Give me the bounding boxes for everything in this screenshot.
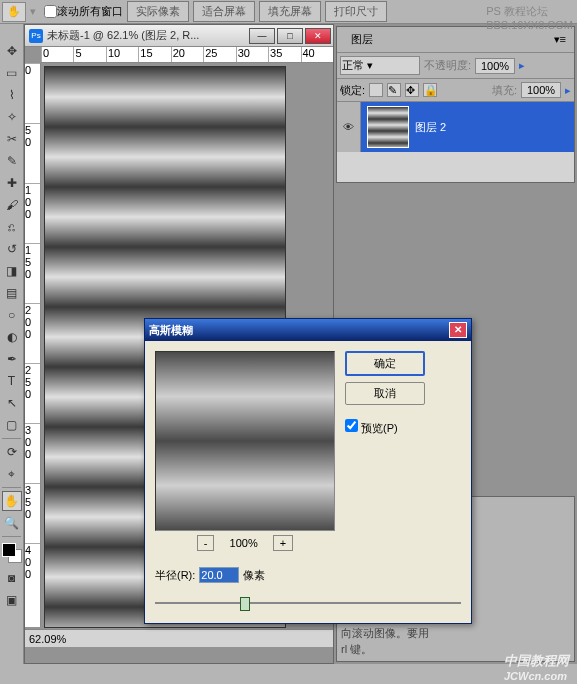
cancel-button[interactable]: 取消 (345, 382, 425, 405)
history-brush-tool[interactable]: ↺ (2, 239, 22, 259)
crop-tool[interactable]: ✂ (2, 129, 22, 149)
stamp-tool[interactable]: ⎌ (2, 217, 22, 237)
move-tool[interactable]: ✥ (2, 41, 22, 61)
lasso-tool[interactable]: ⌇ (2, 85, 22, 105)
zoom-tool[interactable]: 🔍 (2, 513, 22, 533)
foreground-color[interactable] (2, 543, 16, 557)
actual-pixels-button[interactable]: 实际像素 (127, 1, 189, 22)
marquee-tool[interactable]: ▭ (2, 63, 22, 83)
scroll-all-input[interactable] (44, 5, 57, 18)
opacity-input[interactable]: 100% (475, 58, 515, 74)
3d-tool[interactable]: ⟳ (2, 442, 22, 462)
watermark-text: PS 教程论坛 BBS.16XX8.COM (486, 4, 573, 31)
camera-tool[interactable]: ⌖ (2, 464, 22, 484)
fill-screen-button[interactable]: 填充屏幕 (259, 1, 321, 22)
gaussian-blur-dialog: 高斯模糊 ✕ - 100% + 确定 取消 预览(P) 半径(R): 像素 (144, 318, 472, 624)
color-swatches[interactable] (2, 543, 22, 563)
print-size-button[interactable]: 打印尺寸 (325, 1, 387, 22)
slider-thumb[interactable] (240, 597, 250, 611)
minimize-button[interactable]: — (249, 28, 275, 44)
ps-icon: Ps (29, 29, 43, 43)
shape-tool[interactable]: ▢ (2, 415, 22, 435)
radius-input[interactable] (199, 567, 239, 583)
dialog-title: 高斯模糊 (149, 323, 193, 338)
footer-brand: 中国教程网 JCWcn.com (504, 652, 569, 682)
dodge-tool[interactable]: ◐ (2, 327, 22, 347)
dialog-titlebar[interactable]: 高斯模糊 ✕ (145, 319, 471, 341)
dialog-close-button[interactable]: ✕ (449, 322, 467, 338)
lock-label: 锁定: (340, 83, 365, 98)
maximize-button[interactable]: □ (277, 28, 303, 44)
ruler-vertical: 05 01 0 01 5 02 0 02 5 03 0 03 5 04 0 0 (25, 63, 41, 627)
ok-button[interactable]: 确定 (345, 351, 425, 376)
brush-tool[interactable]: 🖌 (2, 195, 22, 215)
layers-panel: 图层 ▾≡ 正常 ▾ 不透明度: 100% ▸ 锁定: ✎ ✥ 🔒 填充: 10… (336, 26, 575, 183)
path-tool[interactable]: ↖ (2, 393, 22, 413)
eraser-tool[interactable]: ◨ (2, 261, 22, 281)
blend-mode-select[interactable]: 正常 ▾ (340, 56, 420, 75)
quickmask-tool[interactable]: ◙ (2, 568, 22, 588)
scroll-all-label: 滚动所有窗口 (57, 4, 123, 19)
blur-tool[interactable]: ○ (2, 305, 22, 325)
screenmode-tool[interactable]: ▣ (2, 590, 22, 610)
pen-tool[interactable]: ✒ (2, 349, 22, 369)
opacity-arrow-icon[interactable]: ▸ (519, 59, 525, 72)
lock-all-icon[interactable]: 🔒 (423, 83, 437, 97)
heal-tool[interactable]: ✚ (2, 173, 22, 193)
layer-thumbnail[interactable] (367, 106, 409, 148)
radius-slider[interactable] (155, 595, 461, 613)
radius-unit: 像素 (243, 568, 265, 583)
tools-panel: ✥ ▭ ⌇ ✧ ✂ ✎ ✚ 🖌 ⎌ ↺ ◨ ▤ ○ ◐ ✒ T ↖ ▢ ⟳ ⌖ … (0, 24, 24, 664)
radius-label: 半径(R): (155, 568, 195, 583)
scroll-all-checkbox[interactable]: 滚动所有窗口 (44, 4, 123, 19)
lock-pixels-icon[interactable]: ✎ (387, 83, 401, 97)
opacity-label: 不透明度: (424, 58, 471, 73)
document-titlebar[interactable]: Ps 未标题-1 @ 62.1% (图层 2, R... — □ ✕ (25, 25, 333, 47)
zoom-percent: 100% (230, 537, 258, 549)
ruler-horizontal: 0510152025303540 (41, 47, 333, 63)
preview-checkbox[interactable]: 预览(P) (345, 419, 425, 436)
eyedropper-tool[interactable]: ✎ (2, 151, 22, 171)
wand-tool[interactable]: ✧ (2, 107, 22, 127)
info-hint1: 向滚动图像。要用 (341, 625, 570, 641)
preview-input[interactable] (345, 419, 358, 432)
lock-position-icon[interactable]: ✥ (405, 83, 419, 97)
layer-name[interactable]: 图层 2 (415, 120, 446, 135)
gradient-tool[interactable]: ▤ (2, 283, 22, 303)
document-title: 未标题-1 @ 62.1% (图层 2, R... (47, 28, 249, 43)
fill-input[interactable]: 100% (521, 82, 561, 98)
preview-box[interactable] (155, 351, 335, 531)
zoom-in-button[interactable]: + (273, 535, 293, 551)
dropdown-icon[interactable]: ▾ (30, 5, 36, 18)
fill-arrow-icon[interactable]: ▸ (565, 84, 571, 97)
zoom-out-button[interactable]: - (197, 535, 215, 551)
panel-menu-icon[interactable]: ▾≡ (554, 33, 566, 46)
visibility-icon[interactable]: 👁 (337, 102, 361, 152)
close-button[interactable]: ✕ (305, 28, 331, 44)
zoom-status[interactable]: 62.09% (29, 633, 66, 645)
hand-tool[interactable]: ✋ (2, 491, 22, 511)
status-bar: 62.09% (25, 629, 333, 647)
fit-screen-button[interactable]: 适合屏幕 (193, 1, 255, 22)
lock-transparency-icon[interactable] (369, 83, 383, 97)
hand-tool-icon[interactable]: ✋ (2, 2, 26, 22)
preview-label: 预览(P) (361, 422, 398, 434)
layers-tab-label: 图层 (345, 30, 379, 49)
type-tool[interactable]: T (2, 371, 22, 391)
fill-label: 填充: (492, 83, 517, 98)
layer-list: 👁 图层 2 (337, 102, 574, 182)
layer-row[interactable]: 👁 图层 2 (337, 102, 574, 152)
